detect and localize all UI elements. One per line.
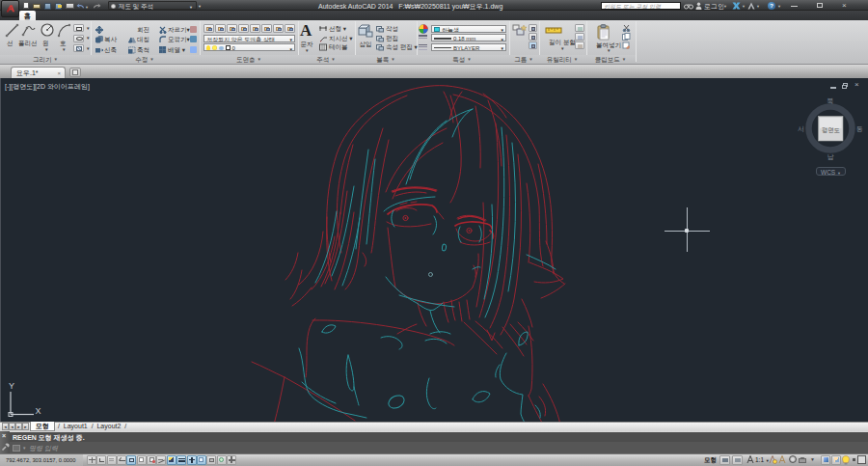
svg-text:북: 북 — [827, 97, 834, 104]
svg-text:Y: Y — [9, 381, 14, 391]
svg-text:남: 남 — [827, 153, 834, 160]
svg-text:동: 동 — [856, 125, 863, 132]
svg-text:서: 서 — [798, 125, 804, 132]
svg-text:X: X — [36, 406, 41, 416]
svg-text:평면도: 평면도 — [822, 126, 840, 134]
